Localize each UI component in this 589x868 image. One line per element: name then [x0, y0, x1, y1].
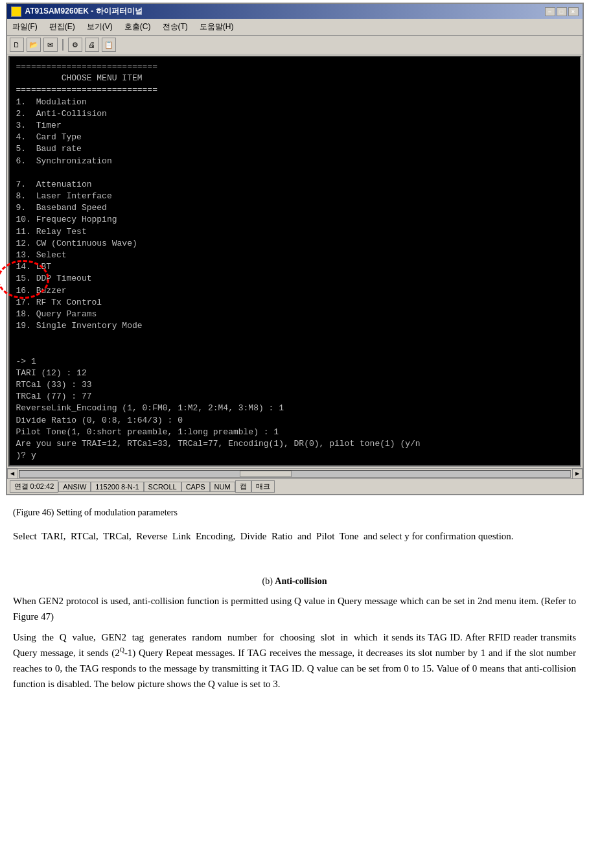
menu-help[interactable]: 도움말(H) — [197, 20, 237, 34]
menu-edit[interactable]: 편집(E) — [47, 20, 78, 34]
status-scroll: SCROLL — [144, 482, 181, 492]
horizontal-scrollbar[interactable]: ◀ ▶ — [7, 468, 583, 478]
status-bar: 연결 0:02:42 ANSIW 115200 8-N-1 SCROLL CAP… — [7, 478, 583, 494]
page-content: (Figure 46) Setting of modulation parame… — [0, 495, 589, 710]
copy-button[interactable]: 📋 — [102, 38, 116, 52]
scroll-right-button[interactable]: ▶ — [572, 469, 583, 479]
body-paragraph-2: When GEN2 protocol is used, anti‑collisi… — [13, 593, 576, 624]
menu-call[interactable]: 호출(C) — [122, 20, 154, 34]
toolbar: 🗋 📂 ✉ ⚙ 🖨 📋 — [7, 36, 583, 54]
window-title: AT91SAM9260EK - 하이퍼터미널 — [25, 6, 143, 17]
menu-transfer[interactable]: 전송(T) — [160, 20, 191, 34]
status-baud: 115200 8-N-1 — [91, 482, 143, 492]
terminal-wrapper: ============================ CHOOSE MENU… — [7, 56, 583, 467]
body-paragraph-1: Select TARI, RTCal, TRCal, Reverse Link … — [13, 528, 576, 544]
toolbar-sep1 — [62, 39, 64, 51]
terminal-window: AT91SAM9260EK - 하이퍼터미널 − □ × 파일(F) 편집(E)… — [6, 3, 584, 495]
terminal-output[interactable]: ============================ CHOOSE MENU… — [10, 57, 580, 465]
body-paragraph-3: Using the Q value, GEN2 tag generates ra… — [13, 629, 576, 692]
title-bar: AT91SAM9260EK - 하이퍼터미널 − □ × — [7, 4, 583, 19]
scrollbar-track[interactable] — [19, 470, 571, 478]
title-bar-left: AT91SAM9260EK - 하이퍼터미널 — [11, 6, 143, 17]
menu-file[interactable]: 파일(F) — [10, 20, 40, 34]
status-icon2: 매크 — [251, 480, 275, 493]
close-button[interactable]: × — [568, 7, 579, 16]
section-label-text: Anti-collision — [275, 576, 327, 586]
section-label: (b) Anti-collision — [13, 574, 576, 588]
app-icon — [11, 6, 21, 17]
status-caps: CAPS — [181, 482, 210, 492]
title-bar-buttons: − □ × — [545, 7, 579, 16]
scrollbar-thumb[interactable] — [240, 471, 292, 477]
new-button[interactable]: 🗋 — [10, 38, 24, 52]
maximize-button[interactable]: □ — [557, 7, 567, 16]
send-button[interactable]: ✉ — [43, 38, 58, 52]
scroll-left-button[interactable]: ◀ — [7, 469, 17, 479]
status-encoding: ANSIW — [58, 482, 91, 492]
status-num: NUM — [210, 482, 235, 492]
menu-bar: 파일(F) 편집(E) 보기(V) 호출(C) 전송(T) 도움말(H) — [7, 19, 583, 36]
minimize-button[interactable]: − — [545, 7, 555, 16]
print-button[interactable]: 🖨 — [85, 38, 99, 52]
status-icon1: 캡 — [235, 480, 251, 493]
status-connection: 연결 0:02:42 — [10, 480, 59, 493]
terminal-container: ============================ CHOOSE MENU… — [8, 56, 581, 467]
menu-view[interactable]: 보기(V) — [84, 20, 115, 34]
figure-caption: (Figure 46) Setting of modulation parame… — [13, 506, 576, 519]
section-label-paren: (b) — [262, 576, 273, 586]
open-button[interactable]: 📂 — [27, 38, 41, 52]
properties-button[interactable]: ⚙ — [68, 38, 82, 52]
